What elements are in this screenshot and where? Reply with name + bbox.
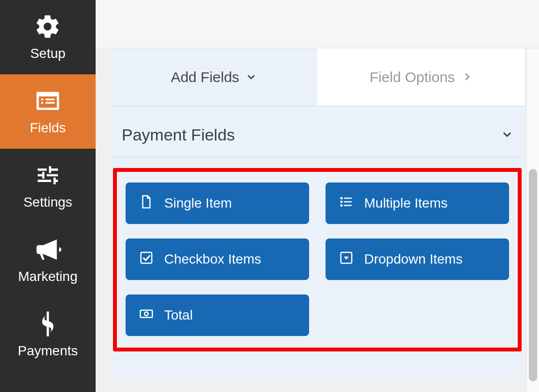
svg-rect-0 xyxy=(47,311,49,336)
main-area: Add Fields Field Options Payment Fields xyxy=(96,0,539,392)
sidebar-item-label: Setup xyxy=(30,46,65,61)
sidebar: Setup Fields Settings Marketing Payments xyxy=(0,0,96,392)
svg-rect-10 xyxy=(141,310,153,317)
section-payment-fields[interactable]: Payment Fields xyxy=(113,121,522,157)
svg-point-11 xyxy=(144,312,148,316)
file-icon xyxy=(139,195,154,212)
svg-rect-6 xyxy=(344,205,352,206)
tab-add-fields[interactable]: Add Fields xyxy=(110,48,317,106)
chevron-down-icon xyxy=(501,128,513,142)
field-single-item[interactable]: Single Item xyxy=(126,182,309,224)
sidebar-item-setup[interactable]: Setup xyxy=(0,0,96,74)
scrollbar-thumb[interactable] xyxy=(529,169,537,381)
field-grid: Single Item Multiple Items Checkbox Item… xyxy=(126,182,509,336)
section-title: Payment Fields xyxy=(122,126,235,144)
sidebar-item-settings[interactable]: Settings xyxy=(0,149,96,223)
top-bar xyxy=(96,0,539,48)
field-dropdown-items[interactable]: Dropdown Items xyxy=(326,238,509,280)
svg-rect-7 xyxy=(141,252,152,263)
chevron-right-icon xyxy=(462,69,472,85)
chevron-down-icon xyxy=(246,69,256,85)
svg-rect-4 xyxy=(344,201,352,202)
field-label: Single Item xyxy=(164,196,232,211)
sidebar-item-label: Marketing xyxy=(18,269,78,284)
tabs: Add Fields Field Options xyxy=(110,48,525,106)
field-label: Multiple Items xyxy=(364,196,448,211)
money-icon xyxy=(139,307,154,324)
field-total[interactable]: Total xyxy=(126,294,309,336)
svg-rect-2 xyxy=(344,197,352,199)
field-multiple-items[interactable]: Multiple Items xyxy=(326,182,509,224)
field-label: Dropdown Items xyxy=(364,252,463,267)
list-box-icon xyxy=(34,87,61,114)
dropdown-icon xyxy=(339,251,354,268)
sidebar-item-marketing[interactable]: Marketing xyxy=(0,223,96,297)
tab-label: Field Options xyxy=(369,69,455,85)
sidebar-item-fields[interactable]: Fields xyxy=(0,74,96,149)
svg-point-1 xyxy=(340,197,343,199)
checkbox-icon xyxy=(139,251,154,268)
sidebar-item-label: Fields xyxy=(30,120,66,136)
gear-icon xyxy=(34,13,61,40)
tab-label: Add Fields xyxy=(171,69,240,85)
svg-marker-9 xyxy=(344,256,349,259)
sidebar-item-payments[interactable]: Payments xyxy=(0,297,96,372)
fields-panel: Payment Fields Single Item Multiple Item xyxy=(110,106,525,380)
bullhorn-icon xyxy=(34,236,61,263)
scrollbar-track[interactable] xyxy=(526,48,539,392)
list-icon xyxy=(339,195,354,212)
svg-point-3 xyxy=(340,200,343,203)
svg-point-5 xyxy=(340,204,343,207)
field-label: Checkbox Items xyxy=(164,252,261,267)
field-checkbox-items[interactable]: Checkbox Items xyxy=(126,238,309,280)
tab-field-options[interactable]: Field Options xyxy=(317,48,525,106)
dollar-icon xyxy=(34,310,61,337)
sidebar-item-label: Settings xyxy=(23,195,72,210)
field-label: Total xyxy=(164,308,193,323)
sliders-icon xyxy=(34,162,61,189)
highlight-box: Single Item Multiple Items Checkbox Item… xyxy=(113,168,522,351)
sidebar-item-label: Payments xyxy=(18,343,78,359)
